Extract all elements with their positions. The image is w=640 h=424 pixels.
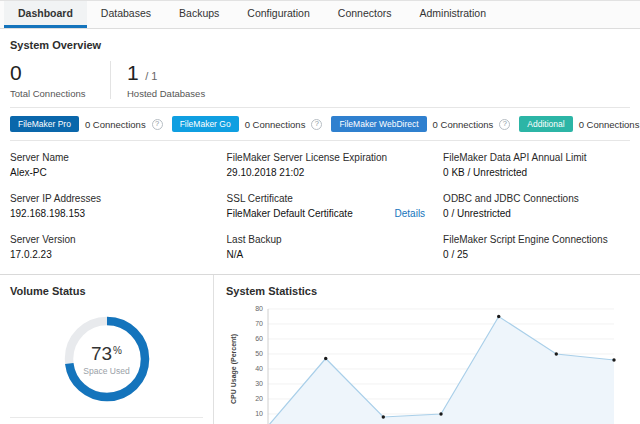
license-expiration-label: FileMaker Server License Expiration: [227, 152, 426, 163]
donut-center-text: 73% Space Used: [59, 311, 155, 407]
additional-badge: Additional: [519, 116, 572, 132]
ssl-certificate-value: FileMaker Default Certificate: [227, 208, 353, 219]
cpu-usage-line-chart: 0102030405060708021:03:4021:04:0121:04:2…: [226, 301, 626, 424]
admin-console-window: Dashboard Databases Backups Configuratio…: [0, 0, 640, 424]
client-filemaker-pro: FileMaker Pro 0 Connections ?: [10, 116, 163, 132]
cpu-usage-chart: 0102030405060708021:03:4021:04:0121:04:2…: [226, 301, 628, 424]
filemaker-webdirect-connections: 0 Connections: [433, 119, 494, 130]
svg-text:10: 10: [255, 410, 263, 417]
filemaker-pro-badge: FileMaker Pro: [10, 116, 79, 132]
filemaker-webdirect-badge: FileMaker WebDirect: [331, 116, 426, 132]
odbc-jdbc-value: 0 / Unrestricted: [443, 208, 511, 219]
server-ip-label: Server IP Addresses: [10, 193, 209, 204]
svg-text:20: 20: [255, 395, 263, 402]
ssl-certificate-field: SSL Certificate FileMaker Default Certif…: [227, 193, 426, 219]
help-icon[interactable]: ?: [499, 119, 510, 130]
last-backup-field: Last Backup N/A: [227, 234, 426, 260]
last-backup-value: N/A: [227, 249, 244, 260]
total-connections-stat: 0 Total Connections: [10, 61, 110, 99]
hosted-databases-stat: 1 / 1 Hosted Databases: [110, 61, 221, 99]
filemaker-go-connections: 0 Connections: [245, 119, 306, 130]
server-name-value: Alex-PC: [10, 167, 47, 178]
license-expiration-value: 29.10.2018 21:02: [227, 167, 305, 178]
legend-row-total-space: Total Space 59,7 GB: [10, 417, 203, 424]
odbc-jdbc-label: ODBC and JDBC Connections: [443, 193, 630, 204]
space-used-donut-chart: 73% Space Used: [59, 311, 155, 407]
client-filemaker-go: FileMaker Go 0 Connections ?: [172, 116, 323, 132]
svg-text:30: 30: [255, 380, 263, 387]
top-nav: Dashboard Databases Backups Configuratio…: [0, 1, 640, 29]
total-connections-value: 0: [10, 61, 94, 85]
tab-administration[interactable]: Administration: [406, 1, 501, 28]
ssl-certificate-label: SSL Certificate: [227, 193, 426, 204]
svg-text:70: 70: [255, 320, 263, 327]
license-expiration-field: FileMaker Server License Expiration 29.1…: [227, 152, 426, 178]
filemaker-go-badge: FileMaker Go: [172, 116, 239, 132]
script-engine-value: 0 / 25: [443, 249, 468, 260]
section-title-system-overview: System Overview: [10, 39, 630, 51]
svg-text:50: 50: [255, 350, 263, 357]
help-icon[interactable]: ?: [152, 119, 163, 130]
data-api-limit-field: FileMaker Data API Annual Limit 0 KB / U…: [443, 152, 630, 178]
system-overview-section: System Overview 0 Total Connections 1 / …: [0, 29, 640, 274]
hosted-databases-value: 1: [127, 61, 139, 84]
server-version-field: Server Version 17.0.2.23: [10, 234, 209, 260]
server-details-grid: Server Name Alex-PC FileMaker Server Lic…: [10, 141, 630, 274]
tab-databases[interactable]: Databases: [87, 1, 165, 28]
tab-dashboard[interactable]: Dashboard: [4, 1, 87, 28]
donut-caption: Space Used: [83, 366, 129, 376]
server-name-label: Server Name: [10, 152, 209, 163]
tab-configuration[interactable]: Configuration: [233, 1, 323, 28]
percent-sign: %: [113, 345, 122, 356]
section-title-volume-status: Volume Status: [10, 285, 203, 297]
additional-connections: 0 Connections: [579, 119, 640, 130]
client-additional: Additional 0 Connections ?: [519, 116, 640, 132]
hosted-databases-suffix: / 1: [145, 70, 157, 82]
script-engine-field: FileMaker Script Engine Connections 0 / …: [443, 234, 630, 260]
ssl-details-link[interactable]: Details: [395, 208, 426, 219]
help-icon[interactable]: ?: [311, 119, 322, 130]
svg-text:60: 60: [255, 335, 263, 342]
space-used-percent: 73: [91, 343, 112, 364]
system-statistics-panel: System Statistics 0102030405060708021:03…: [214, 275, 640, 424]
section-title-system-statistics: System Statistics: [226, 285, 628, 297]
server-version-label: Server Version: [10, 234, 209, 245]
total-connections-label: Total Connections: [10, 88, 94, 99]
svg-text:40: 40: [255, 365, 263, 372]
server-name-field: Server Name Alex-PC: [10, 152, 209, 178]
odbc-jdbc-field: ODBC and JDBC Connections 0 / Unrestrict…: [443, 193, 630, 219]
volume-status-panel: Volume Status 73% Space Used Total Space…: [0, 275, 214, 424]
overview-stats: 0 Total Connections 1 / 1 Hosted Databas…: [10, 61, 630, 99]
client-filemaker-webdirect: FileMaker WebDirect 0 Connections ?: [331, 116, 510, 132]
server-version-value: 17.0.2.23: [10, 249, 52, 260]
tab-backups[interactable]: Backups: [165, 1, 233, 28]
svg-text:CPU Usage (Percent): CPU Usage (Percent): [230, 334, 238, 404]
script-engine-label: FileMaker Script Engine Connections: [443, 234, 630, 245]
last-backup-label: Last Backup: [227, 234, 426, 245]
svg-text:80: 80: [255, 305, 263, 312]
server-ip-field: Server IP Addresses 192.168.198.153: [10, 193, 209, 219]
data-api-limit-value: 0 KB / Unrestricted: [443, 167, 527, 178]
filemaker-pro-connections: 0 Connections: [85, 119, 146, 130]
server-ip-value: 192.168.198.153: [10, 208, 85, 219]
tab-connectors[interactable]: Connectors: [324, 1, 406, 28]
volume-legend: Total Space 59,7 GB Space Used 43,8 GB S…: [10, 417, 203, 424]
hosted-databases-label: Hosted Databases: [127, 88, 205, 99]
bottom-panels: Volume Status 73% Space Used Total Space…: [0, 274, 640, 424]
data-api-limit-label: FileMaker Data API Annual Limit: [443, 152, 630, 163]
client-connections-row: FileMaker Pro 0 Connections ? FileMaker …: [10, 108, 630, 140]
